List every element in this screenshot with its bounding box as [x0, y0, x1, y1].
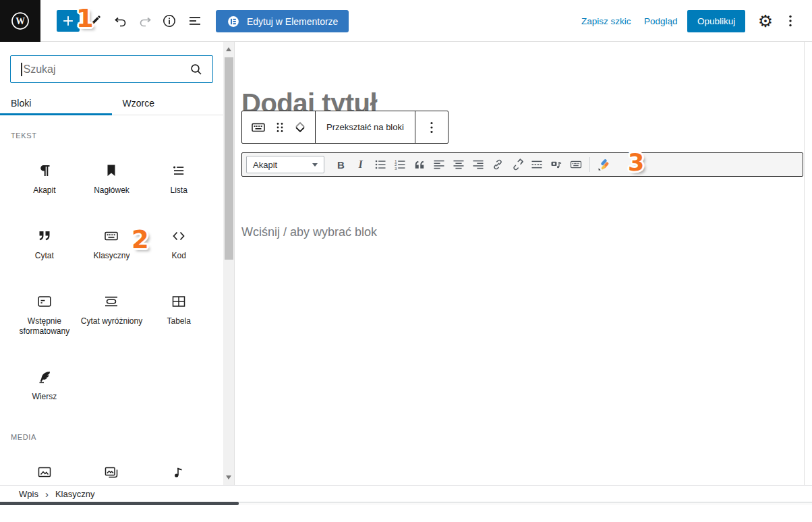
undo-button[interactable]	[113, 13, 129, 29]
block-search-input[interactable]: Szukaj	[10, 55, 213, 83]
keyboard-icon	[250, 119, 266, 136]
block-label: Lista	[170, 185, 187, 196]
editor-top-bar: W	[0, 0, 812, 42]
block-item-list[interactable]: Lista	[145, 140, 212, 205]
bookmark-icon	[103, 163, 119, 179]
format-select[interactable]: Akapit	[246, 156, 324, 173]
block-item-gallery[interactable]	[78, 441, 146, 485]
bulleted-list-button[interactable]	[370, 156, 390, 173]
block-label: Klasyczny	[93, 251, 129, 261]
wordpress-block-editor: W	[0, 0, 812, 522]
block-item-quote[interactable]: Cytat	[11, 205, 78, 270]
convert-to-blocks-button[interactable]: Przekształć na bloki	[324, 122, 407, 132]
block-toolbar-popup: Przekształć na bloki	[241, 111, 448, 144]
block-mover	[293, 120, 307, 134]
audio-note-icon	[171, 464, 187, 480]
tab-patterns[interactable]: Wzorce	[112, 91, 224, 115]
tab-blocks[interactable]: Bloki	[0, 91, 112, 115]
quote-icon	[36, 228, 53, 244]
paragraph-icon	[36, 163, 53, 179]
block-item-image[interactable]	[11, 441, 78, 485]
section-title-media: MEDIA	[11, 433, 212, 441]
scroll-up-arrow[interactable]	[226, 47, 231, 51]
sidebar-scrollbar-thumb[interactable]	[225, 57, 233, 260]
add-media-button[interactable]	[546, 156, 566, 173]
save-draft-button[interactable]: Zapisz szkic	[581, 16, 631, 26]
editor-canvas[interactable]: Dodaj tytuł	[235, 42, 812, 485]
toolbar-toggle-button[interactable]	[566, 156, 585, 173]
numbered-list-icon: 1 2 3	[393, 158, 407, 171]
drag-dots-icon	[274, 119, 285, 136]
wordpress-logo-icon: W	[10, 11, 30, 31]
format-select-value: Akapit	[253, 160, 277, 170]
read-more-tag-icon	[530, 158, 544, 171]
redo-button[interactable]	[137, 13, 153, 29]
list-view-button[interactable]	[187, 13, 203, 29]
italic-button[interactable]: I	[351, 156, 370, 173]
classic-block-placeholder[interactable]: Wciśnij / aby wybrać blok	[241, 225, 377, 239]
block-item-paragraph[interactable]: Akapit	[11, 140, 78, 205]
section-title-text: TEKST	[11, 132, 212, 140]
classic-editor-toolbar: Akapit B I 1 2 3	[241, 152, 803, 177]
bold-button[interactable]: B	[331, 156, 351, 173]
toolbar-divider	[589, 157, 590, 172]
block-item-preformatted[interactable]: Wstępnie sformatowany	[11, 270, 78, 346]
more-tag-button[interactable]	[527, 156, 546, 173]
elementor-logo-icon	[227, 15, 240, 28]
block-label: Wiersz	[32, 392, 57, 402]
list-icon	[171, 163, 187, 179]
plugin-formatting-button[interactable]	[594, 156, 614, 173]
preformatted-icon	[36, 293, 53, 310]
horizontal-scrollbar-thumb[interactable]	[0, 502, 239, 505]
table-icon	[171, 293, 187, 310]
classic-block-type-button[interactable]	[250, 119, 266, 136]
inserter-tabs: Bloki Wzorce	[0, 91, 223, 115]
publish-button[interactable]: Opublikuj	[687, 10, 745, 32]
align-right-button[interactable]	[468, 156, 488, 173]
blockquote-button[interactable]	[409, 156, 429, 173]
settings-button[interactable]: ⚙	[756, 11, 775, 30]
drag-handle[interactable]	[274, 119, 285, 136]
chevron-down-icon	[293, 125, 307, 134]
plus-icon	[61, 13, 76, 28]
redo-icon	[137, 13, 153, 29]
block-item-audio[interactable]	[145, 441, 212, 485]
sidebar-scrollbar[interactable]	[223, 42, 235, 485]
keyboard-icon	[569, 158, 583, 171]
search-icon	[188, 61, 204, 78]
move-down-button[interactable]	[293, 125, 307, 134]
preview-button[interactable]: Podgląd	[644, 16, 678, 26]
block-label: Wstępnie sformatowany	[13, 316, 76, 337]
insert-link-button[interactable]	[488, 156, 507, 173]
text-blocks-grid: Akapit Nagłówek Lista	[11, 140, 212, 411]
svg-text:3: 3	[395, 166, 397, 171]
search-placeholder: Szukaj	[24, 63, 56, 76]
details-button[interactable]	[161, 13, 177, 29]
block-item-verse[interactable]: Wiersz	[11, 346, 78, 411]
add-media-icon	[550, 158, 563, 171]
block-item-pullquote[interactable]: Cytat wyróżniony	[78, 270, 146, 346]
scroll-down-arrow[interactable]	[226, 475, 231, 480]
block-label: Cytat	[35, 251, 54, 261]
bulleted-list-icon	[374, 158, 387, 171]
align-right-icon	[471, 158, 485, 171]
breadcrumb-post[interactable]: Wpis	[19, 489, 38, 499]
annotation-step-3: 3	[628, 149, 644, 176]
align-left-icon	[432, 158, 446, 171]
block-item-table[interactable]: Tabela	[145, 270, 212, 346]
edit-with-elementor-button[interactable]: Edytuj w Elementorze	[216, 10, 349, 32]
align-center-button[interactable]	[448, 156, 468, 173]
align-center-icon	[452, 158, 465, 171]
numbered-list-button[interactable]: 1 2 3	[390, 156, 409, 173]
align-left-button[interactable]	[429, 156, 448, 173]
wordpress-logo[interactable]: W	[0, 0, 40, 42]
kebab-menu-icon	[782, 13, 799, 29]
remove-link-button[interactable]	[507, 156, 527, 173]
block-item-code[interactable]: Kod	[145, 205, 212, 270]
block-item-heading[interactable]: Nagłówek	[78, 140, 146, 205]
feather-icon	[36, 369, 53, 385]
block-options-button[interactable]	[424, 119, 440, 136]
unlink-icon	[511, 158, 524, 171]
block-inserter-panel: Szukaj Bloki Wzorce TEKST Akapit	[0, 42, 223, 485]
options-menu-button[interactable]	[782, 13, 799, 29]
